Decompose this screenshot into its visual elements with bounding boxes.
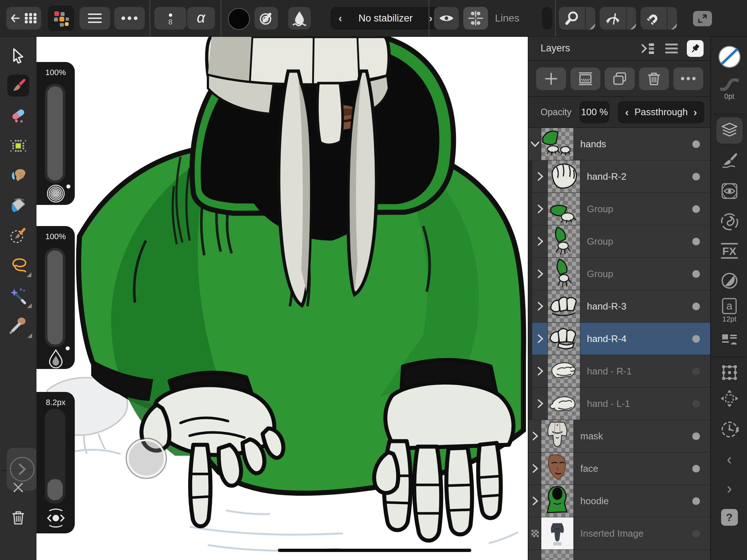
stabilizer-next-icon[interactable]: › — [429, 13, 433, 24]
layer-row[interactable]: Inserted Image — [529, 517, 711, 550]
layer-thumbnail-face[interactable] — [541, 452, 573, 485]
blend-next-icon[interactable]: › — [693, 107, 697, 118]
fx-studio-tab[interactable]: FX — [721, 243, 738, 259]
active-color-swatch[interactable] — [228, 8, 250, 30]
paragraph-studio-tab[interactable] — [721, 334, 738, 346]
visibility-dot[interactable] — [692, 530, 700, 537]
back-home-button[interactable] — [6, 7, 41, 30]
visibility-dot[interactable] — [692, 368, 700, 375]
expand-chevron-icon[interactable] — [532, 258, 548, 290]
stroke-style-control[interactable]: 0pt — [720, 78, 739, 101]
wet-edges-button[interactable] — [288, 7, 311, 30]
selection-brush-tool[interactable] — [9, 226, 27, 244]
expand-chevron-icon[interactable] — [532, 290, 548, 322]
collapse-left-button[interactable]: ‹ — [727, 452, 732, 467]
assistant-flyout[interactable] — [626, 7, 636, 30]
visibility-dot[interactable] — [692, 432, 700, 440]
paint-brush-tool[interactable] — [7, 75, 29, 97]
expand-chevron-icon[interactable] — [529, 420, 541, 452]
layer-row[interactable]: Group — [529, 225, 711, 258]
layer-thumbnail-mitt1[interactable] — [548, 355, 580, 387]
expand-chevron-icon[interactable] — [532, 160, 548, 192]
assistant-button[interactable] — [600, 7, 636, 30]
preview-button[interactable] — [434, 7, 459, 30]
visibility-dot[interactable] — [692, 205, 700, 213]
layer-thumbnail-fist-large[interactable] — [548, 160, 580, 192]
delete-button[interactable] — [12, 510, 25, 525]
clipped-indicator-icon[interactable] — [529, 517, 541, 549]
layer-thumbnail-hands-group[interactable] — [541, 128, 573, 160]
move-studio-tab[interactable] — [720, 389, 739, 408]
expand-tools-button[interactable] — [7, 448, 38, 491]
live-filter-studio-tab[interactable] — [721, 213, 738, 230]
blend-prev-icon[interactable]: ‹ — [625, 107, 629, 118]
layer-row[interactable]: hands — [529, 128, 711, 160]
brush-engine-button[interactable] — [255, 7, 278, 30]
snapping-flyout[interactable] — [667, 7, 677, 30]
layer-row[interactable]: face — [529, 452, 711, 485]
color-picker-tool[interactable] — [9, 317, 27, 334]
stabilizer-control[interactable]: ‹ No stabilizer › — [330, 7, 441, 30]
stroke-color-well[interactable] — [718, 45, 741, 69]
opacity-slider[interactable] — [45, 84, 65, 183]
smudge-tool[interactable] — [10, 167, 27, 183]
layer-row[interactable]: hoodie — [529, 485, 711, 517]
expand-chevron-icon[interactable] — [532, 355, 548, 387]
visibility-dot[interactable] — [692, 270, 700, 278]
layer-row[interactable] — [529, 550, 711, 560]
pixel-tool[interactable] — [10, 137, 27, 154]
tone-studio-tab[interactable] — [721, 272, 738, 289]
expand-chevron-icon[interactable] — [532, 193, 548, 225]
layer-thumbnail-arm-down[interactable] — [548, 258, 580, 290]
blend-mode-control[interactable]: ‹ Passthrough › — [618, 101, 704, 123]
collapse-right-button[interactable]: › — [727, 481, 732, 496]
expand-chevron-icon[interactable] — [532, 323, 548, 355]
visibility-dot[interactable] — [692, 465, 700, 472]
flow-slider[interactable] — [45, 248, 65, 347]
visibility-dot[interactable] — [692, 140, 700, 148]
alpha-button[interactable]: α — [187, 7, 215, 30]
menu-button[interactable] — [80, 7, 110, 30]
assistant-wiper-icon[interactable] — [600, 7, 626, 30]
add-layer-button[interactable] — [536, 67, 566, 90]
move-tool[interactable] — [12, 48, 25, 63]
flow-droplet-icon[interactable] — [47, 349, 65, 370]
zoom-tool-flyout[interactable] — [585, 7, 595, 30]
delete-layer-button[interactable] — [639, 67, 669, 90]
expand-chevron-icon[interactable] — [532, 225, 548, 257]
drawing-canvas[interactable] — [36, 36, 528, 560]
layer-row[interactable]: hand-R-2 — [529, 160, 711, 193]
transform-studio-tab[interactable] — [721, 364, 738, 381]
layer-row[interactable]: hand-R-3 — [529, 290, 711, 323]
layer-row[interactable]: hand-R-4 — [529, 323, 711, 355]
visibility-dot[interactable] — [692, 173, 700, 180]
collapsed-control[interactable] — [542, 7, 552, 30]
expand-chevron-icon[interactable] — [529, 452, 541, 485]
layer-thumbnail-hoodie[interactable] — [541, 485, 573, 517]
stabilizer-prev-icon[interactable]: ‹ — [338, 13, 342, 24]
layer-row[interactable]: hand - R-1 — [529, 355, 711, 388]
expand-chevron-icon[interactable] — [529, 485, 541, 517]
collapse-panel-icon[interactable] — [642, 43, 655, 54]
history-studio-tab[interactable] — [720, 420, 739, 439]
layer-row[interactable]: hand - L-1 — [529, 388, 711, 420]
layer-thumbnail-knuckles[interactable] — [548, 290, 580, 322]
brush-size-button[interactable]: 8 — [154, 7, 186, 30]
flood-fill-tool[interactable] — [9, 197, 27, 214]
visibility-dot[interactable] — [692, 400, 700, 408]
eraser-tool[interactable] — [10, 108, 26, 124]
adjustment-studio-tab[interactable] — [721, 183, 738, 199]
snapping-button[interactable] — [640, 7, 677, 30]
layer-row[interactable]: mask — [529, 420, 711, 452]
brush-preview-eye-icon[interactable] — [46, 508, 66, 530]
lasso-tool[interactable] — [9, 257, 27, 274]
visibility-dot[interactable] — [692, 497, 700, 505]
layer-thumbnail-photo[interactable] — [541, 517, 573, 549]
layer-thumbnail-arm-claw[interactable] — [548, 225, 580, 257]
pin-panel-button[interactable] — [687, 40, 704, 57]
layer-thumbnail-mask[interactable] — [541, 420, 573, 452]
duplicate-layer-button[interactable] — [605, 67, 635, 90]
expand-chevron-icon[interactable] — [529, 128, 541, 160]
magic-wand-tool[interactable] — [9, 287, 27, 305]
symmetry-button[interactable] — [463, 7, 488, 30]
